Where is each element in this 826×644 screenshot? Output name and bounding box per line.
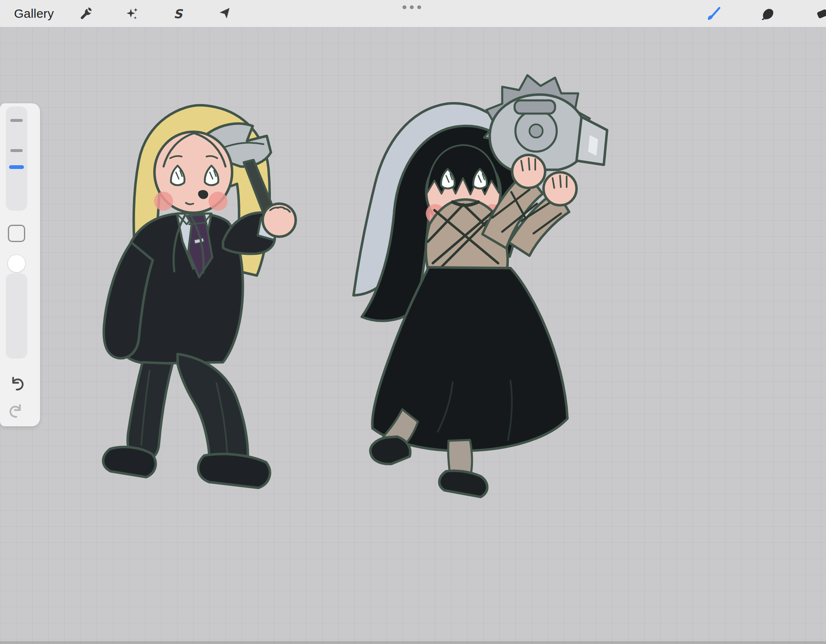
chainsaw <box>484 75 607 170</box>
hand <box>263 204 296 237</box>
color-swatch[interactable] <box>7 254 26 273</box>
shoe <box>370 437 411 464</box>
character-veil-chainsaw <box>354 75 607 497</box>
brush-size-slider[interactable] <box>6 107 27 211</box>
selection-icon: S <box>171 7 185 21</box>
top-toolbar: Gallery S <box>0 0 826 27</box>
transform-icon <box>217 7 231 21</box>
wrench-icon <box>78 7 93 21</box>
canvas-options-handle[interactable]: ••• <box>399 0 427 16</box>
brush-sidebar <box>0 103 40 426</box>
right-tool-group <box>700 0 826 27</box>
slider-tick <box>10 149 23 152</box>
modify-button[interactable] <box>8 225 25 242</box>
shoe <box>103 447 156 477</box>
adjustments-icon <box>125 7 139 21</box>
slider-handle[interactable] <box>9 165 24 169</box>
smudge-icon <box>761 7 775 21</box>
opacity-slider[interactable] <box>6 273 27 359</box>
slider-tick <box>10 119 23 122</box>
smudge-icon[interactable] <box>755 1 781 26</box>
chainsaw-handle <box>515 100 555 114</box>
undo-button[interactable] <box>6 373 27 394</box>
brush-icon[interactable] <box>700 1 726 26</box>
character-blonde-suit <box>103 105 296 488</box>
eraser-icon <box>815 7 826 21</box>
wrench-icon[interactable] <box>73 1 98 26</box>
canvas-edge-shadow <box>0 641 826 644</box>
blush <box>209 192 228 211</box>
left-tool-group: S <box>73 1 237 26</box>
redo-icon <box>7 402 26 420</box>
drawing-app: Gallery S <box>0 0 826 644</box>
brush-icon <box>706 7 720 21</box>
redo-button[interactable] <box>6 400 27 421</box>
drawing-canvas[interactable] <box>0 27 826 644</box>
pant-leg <box>128 362 173 460</box>
undo-icon <box>7 374 26 392</box>
selection-icon[interactable]: S <box>165 1 191 26</box>
selection-glyph: S <box>174 7 184 21</box>
pant-leg <box>178 354 248 463</box>
adjustments-icon[interactable] <box>119 1 145 26</box>
blush <box>154 192 173 211</box>
shoe <box>198 454 270 488</box>
eraser-icon[interactable] <box>809 1 826 26</box>
shoe <box>439 471 487 497</box>
gallery-button[interactable]: Gallery <box>14 7 54 21</box>
transform-icon[interactable] <box>211 1 237 26</box>
artwork <box>0 27 826 644</box>
